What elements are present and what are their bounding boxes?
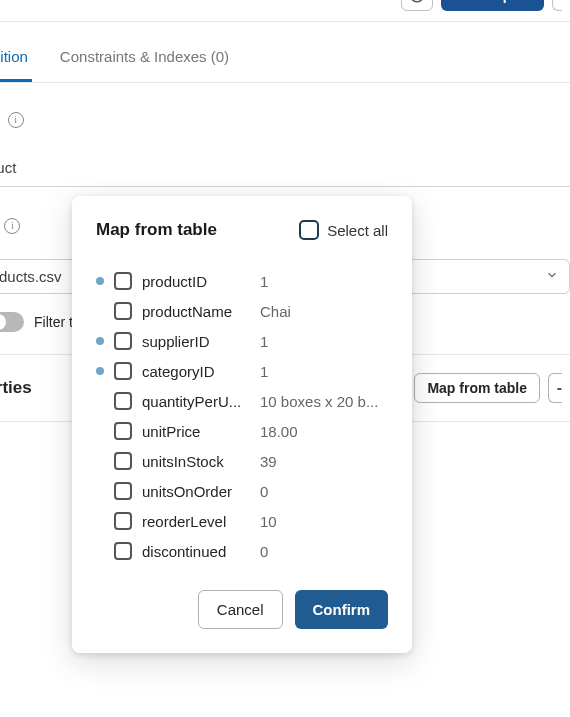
column-sample-value: 10 (260, 513, 388, 530)
column-row: reorderLevel10 (96, 506, 388, 536)
map-from-table-modal: Map from table Select all productID1prod… (72, 196, 412, 653)
column-checkbox[interactable] (114, 332, 132, 350)
column-checkbox[interactable] (114, 302, 132, 320)
key-indicator-icon (96, 487, 104, 495)
key-indicator-icon (96, 547, 104, 555)
map-from-table-button[interactable]: Map from table (414, 373, 540, 403)
select-all-checkbox[interactable] (299, 220, 319, 240)
column-checkbox[interactable] (114, 362, 132, 380)
column-row: unitsOnOrder0 (96, 476, 388, 506)
column-sample-value: Chai (260, 303, 388, 320)
tabs: nition Constraints & Indexes (0) (0, 22, 570, 83)
column-sample-value: 10 boxes x 20 b... (260, 393, 388, 410)
info-icon[interactable]: i (4, 218, 20, 234)
column-sample-value: 1 (260, 333, 388, 350)
modal-title: Map from table (96, 220, 217, 240)
column-name: quantityPerU... (142, 393, 250, 410)
filter-toggle[interactable] (0, 312, 24, 332)
key-indicator-icon (96, 307, 104, 315)
column-row: productID1 (96, 266, 388, 296)
key-indicator-icon (96, 337, 104, 345)
column-name: unitsOnOrder (142, 483, 250, 500)
key-indicator-icon (96, 457, 104, 465)
column-checkbox[interactable] (114, 542, 132, 560)
label-input[interactable] (0, 153, 570, 187)
column-row: discontinued0 (96, 536, 388, 566)
column-name: reorderLevel (142, 513, 250, 530)
info-icon[interactable]: i (8, 112, 24, 128)
select-all-label: Select all (327, 222, 388, 239)
filter-toggle-label: Filter t (34, 314, 73, 330)
column-checkbox[interactable] (114, 422, 132, 440)
modal-footer: Cancel Confirm (96, 590, 388, 629)
label-field-label: el i (0, 111, 570, 128)
column-checkbox[interactable] (114, 392, 132, 410)
trailing-button-partial[interactable] (552, 0, 562, 11)
column-sample-value: 39 (260, 453, 388, 470)
properties-actions: Map from table - (414, 373, 562, 403)
table-select-value: ducts.csv (0, 268, 62, 285)
key-indicator-icon (96, 397, 104, 405)
column-row: categoryID1 (96, 356, 388, 386)
column-name: categoryID (142, 363, 250, 380)
column-sample-value: 18.00 (260, 423, 388, 440)
column-row: unitsInStock39 (96, 446, 388, 476)
column-checkbox[interactable] (114, 272, 132, 290)
key-indicator-icon (96, 517, 104, 525)
tab-definition[interactable]: nition (0, 38, 32, 82)
column-name: discontinued (142, 543, 250, 560)
column-checkbox[interactable] (114, 452, 132, 470)
properties-title: perties (0, 378, 32, 398)
tab-constraints[interactable]: Constraints & Indexes (0) (56, 38, 233, 82)
cancel-button[interactable]: Cancel (198, 590, 283, 629)
column-sample-value: 0 (260, 543, 388, 560)
history-button[interactable] (401, 0, 433, 11)
column-checkbox[interactable] (114, 482, 132, 500)
column-row: supplierID1 (96, 326, 388, 356)
column-row: productNameChai (96, 296, 388, 326)
select-all-control[interactable]: Select all (299, 220, 388, 240)
column-checkbox[interactable] (114, 512, 132, 530)
run-import-button[interactable]: Run import (441, 0, 544, 11)
confirm-button[interactable]: Confirm (295, 590, 389, 629)
remove-button-partial[interactable]: - (548, 373, 562, 403)
column-name: productName (142, 303, 250, 320)
key-indicator-icon (96, 367, 104, 375)
column-name: productID (142, 273, 250, 290)
svg-point-0 (411, 0, 425, 1)
column-row: unitPrice18.00 (96, 416, 388, 446)
column-name: unitsInStock (142, 453, 250, 470)
top-toolbar: Run import (0, 0, 570, 22)
key-indicator-icon (96, 277, 104, 285)
column-row: quantityPerU...10 boxes x 20 b... (96, 386, 388, 416)
column-sample-value: 0 (260, 483, 388, 500)
column-name: unitPrice (142, 423, 250, 440)
name-sublabel: e (0, 134, 570, 149)
modal-header: Map from table Select all (96, 220, 388, 240)
target-icon (408, 0, 426, 4)
modal-rows: productID1productNameChaisupplierID1cate… (96, 266, 388, 566)
column-name: supplierID (142, 333, 250, 350)
column-sample-value: 1 (260, 363, 388, 380)
key-indicator-icon (96, 427, 104, 435)
column-sample-value: 1 (260, 273, 388, 290)
chevron-down-icon (545, 268, 559, 285)
